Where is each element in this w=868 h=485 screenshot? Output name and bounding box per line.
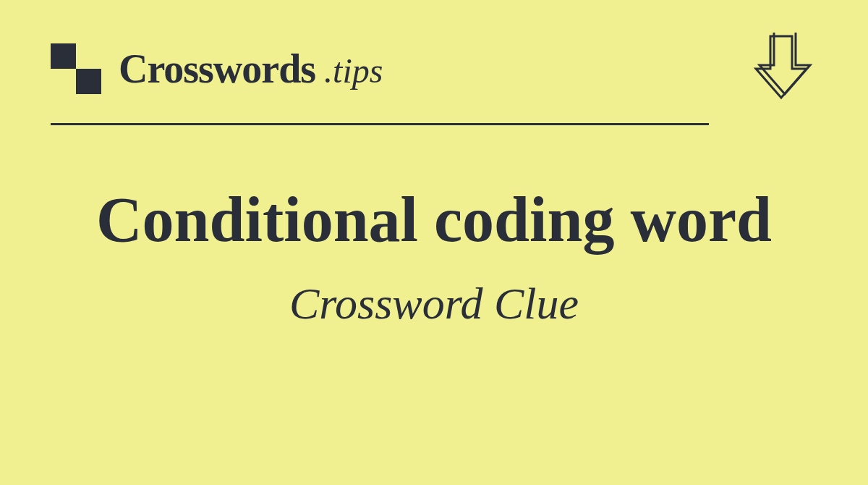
logo-suffix-text: .tips bbox=[324, 51, 383, 90]
logo-main-text: Crosswords bbox=[119, 46, 315, 92]
logo-text: Crosswords .tips bbox=[119, 46, 383, 92]
crossword-logo-icon bbox=[51, 43, 101, 94]
clue-title: Conditional coding word bbox=[0, 183, 868, 256]
clue-subtitle: Crossword Clue bbox=[0, 278, 868, 329]
header: Crosswords .tips bbox=[0, 0, 868, 123]
logo-section[interactable]: Crosswords .tips bbox=[51, 43, 383, 94]
down-arrow-icon[interactable] bbox=[745, 29, 817, 109]
main-content: Conditional coding word Crossword Clue bbox=[0, 125, 868, 329]
